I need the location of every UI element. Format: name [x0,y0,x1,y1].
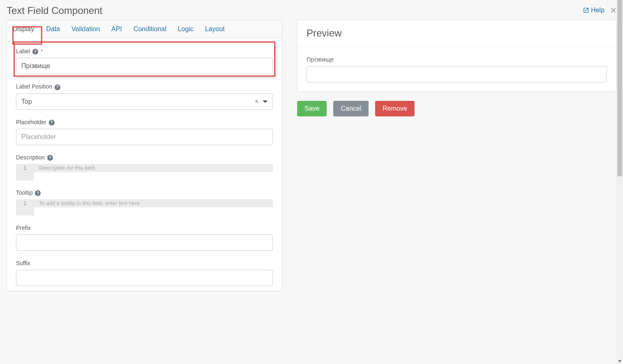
tooltip-label-text: Tooltip [16,189,32,196]
description-label-text: Description [16,154,45,161]
modal-title: Text Field Component [7,5,102,16]
form-group-placeholder: Placeholder ? [16,119,273,145]
form-group-label: Label ? * [16,48,273,74]
suffix-input[interactable] [16,270,273,286]
preview-field-label: Прізвище [307,56,607,63]
help-link[interactable]: Help [583,7,605,14]
component-modal: Text Field Component Help × Display Data… [0,0,623,364]
modal-header: Text Field Component Help × [0,0,623,20]
chevron-down-icon[interactable] [263,100,268,103]
label-position-value: Top [21,98,32,105]
description-label: Description ? [16,154,273,161]
preview-field-input[interactable] [307,66,607,82]
code-line-blank[interactable] [16,172,273,180]
cancel-button[interactable]: Cancel [333,101,369,116]
label-position-label: Label Position ? [16,83,273,90]
line-content: Description for this field. [34,164,273,172]
scrollbar-arrow-down-icon[interactable] [618,360,621,362]
prefix-label: Prefix [16,225,273,231]
line-number: 1 [16,199,34,207]
code-line-blank[interactable] [16,207,273,216]
settings-panel: Display Data Validation API Conditional … [7,20,282,291]
preview-header: Preview [298,20,616,47]
tab-data[interactable]: Data [40,20,66,38]
label-input[interactable] [16,58,273,74]
save-button[interactable]: Save [297,101,327,116]
line-content-blank [34,172,273,180]
label-label: Label ? * [16,48,273,55]
select-actions: × [255,98,268,105]
tab-logic[interactable]: Logic [172,20,199,38]
prefix-input[interactable] [16,234,273,251]
help-icon[interactable]: ? [47,155,53,161]
help-icon[interactable]: ? [32,49,38,55]
help-icon[interactable]: ? [55,84,60,90]
preview-body: Прізвище [298,47,616,91]
suffix-label: Suffix [16,260,273,266]
tab-validation[interactable]: Validation [66,20,105,38]
new-window-icon [583,7,589,14]
tab-layout[interactable]: Layout [199,20,230,38]
required-star: * [41,48,43,55]
description-editor[interactable]: 1 Description for this field. [16,164,273,180]
tooltip-label: Tooltip ? [16,189,273,196]
form-group-label-position: Label Position ? Top × [16,83,273,109]
label-position-select[interactable]: Top × [16,93,273,110]
header-right: Help × [583,5,616,16]
preview-title: Preview [307,27,607,39]
tab-api[interactable]: API [105,20,128,38]
select-clear-icon[interactable]: × [255,98,259,105]
tab-conditional[interactable]: Conditional [128,20,172,38]
preview-column: Preview Прізвище Save Cancel Remove [297,20,616,291]
tooltip-editor[interactable]: 1 To add a tooltip to this field, enter … [16,199,273,216]
placeholder-input[interactable] [16,129,273,145]
help-icon[interactable]: ? [35,190,41,196]
scrollbar-track[interactable] [616,0,623,364]
code-line[interactable]: 1 Description for this field. [16,164,273,172]
form-group-suffix: Suffix [16,260,273,286]
form-body: Label ? * Label Position ? Top [7,38,282,291]
help-icon[interactable]: ? [49,120,55,125]
form-group-prefix: Prefix [16,225,273,251]
help-label: Help [591,7,605,14]
settings-column: Display Data Validation API Conditional … [7,20,282,291]
placeholder-label-text: Placeholder [16,119,46,125]
line-number-blank [16,172,34,180]
content-row: Display Data Validation API Conditional … [0,20,623,298]
line-number: 1 [16,164,34,172]
code-line[interactable]: 1 To add a tooltip to this field, enter … [16,199,273,207]
placeholder-label: Placeholder ? [16,119,273,125]
preview-panel: Preview Прізвище [297,20,616,92]
action-buttons: Save Cancel Remove [297,101,616,116]
tab-display[interactable]: Display [7,20,40,38]
scrollbar-thumb[interactable] [617,0,622,176]
line-content-blank [34,207,273,216]
line-content: To add a tooltip to this field, enter te… [34,199,273,207]
close-icon[interactable]: × [610,5,616,16]
label-position-label-text: Label Position [16,83,52,90]
label-label-text: Label [16,48,30,55]
form-group-tooltip: Tooltip ? 1 To add a tooltip to this fie… [16,189,273,216]
line-number-blank [16,207,34,216]
tabs: Display Data Validation API Conditional … [7,20,282,38]
remove-button[interactable]: Remove [375,101,415,116]
form-group-description: Description ? 1 Description for this fie… [16,154,273,180]
